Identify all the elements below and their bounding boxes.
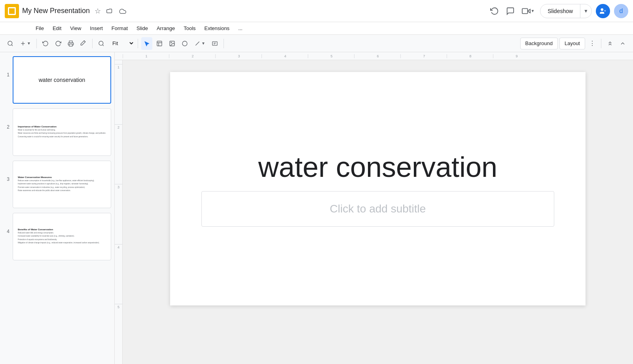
toolbar: ▼ Fit 50% 75% 100% 150% 200% ▼: [0, 35, 633, 52]
app-icon-shape: [8, 7, 16, 15]
main-slide-title[interactable]: water conservation: [258, 151, 497, 183]
line-tool-button[interactable]: ▼: [192, 37, 208, 50]
slideshow-main-button[interactable]: Slideshow: [540, 4, 580, 18]
ruler-h-mark-5: 5: [308, 54, 354, 58]
slide-canvas-container: 1 2 3 4 5 water conservation Click to ad…: [115, 60, 633, 364]
svg-rect-1: [522, 8, 528, 13]
main-area: 1 water conservation 2 Importance of Wat…: [0, 52, 633, 364]
undo-button[interactable]: [40, 37, 51, 50]
title-row: My New Presentation ☆: [22, 6, 485, 16]
svg-line-6: [11, 45, 13, 46]
sep1: [36, 39, 37, 48]
svg-marker-0: [528, 9, 530, 13]
zoom-select[interactable]: Fit 50% 75% 100% 150% 200%: [108, 38, 135, 48]
ruler-h-mark-1: 1: [123, 54, 169, 58]
slide-thumbnail-2[interactable]: Importance of Water Conservation Water i…: [13, 108, 111, 156]
more-options-button[interactable]: ⋮: [587, 37, 598, 50]
transform-button[interactable]: [154, 37, 165, 50]
slide-thumbnail-3[interactable]: Water Conservation Measures Reduce water…: [13, 161, 111, 208]
ruler-h-inner: 1 2 3 4 5 6 7 8 9: [123, 54, 633, 58]
move-up-button[interactable]: [605, 37, 616, 50]
slide4-bullet-4: Mitigation of climate change impacts (e.…: [18, 242, 106, 244]
main-slide[interactable]: water conservation Click to add subtitle: [170, 72, 586, 305]
slide-thumb-row-2: 2 Importance of Water Conservation Water…: [3, 108, 111, 156]
svg-rect-17: [212, 42, 217, 45]
menu-file[interactable]: File: [32, 24, 48, 33]
right-controls: ▼ Slideshow ▼ d: [489, 4, 628, 18]
add-toolbar-button[interactable]: ▼: [17, 37, 33, 50]
user-avatar-button[interactable]: d: [614, 4, 628, 18]
ruler-vertical: 1 2 3 4 5: [115, 60, 123, 364]
cloud-button[interactable]: [118, 7, 128, 15]
slideshow-dropdown-button[interactable]: ▼: [580, 4, 591, 18]
redo-button[interactable]: [53, 37, 64, 50]
share-button[interactable]: [596, 4, 610, 18]
paint-format-button[interactable]: [78, 37, 89, 50]
ruler-h-mark-2: 2: [169, 54, 215, 58]
folder-button[interactable]: [105, 7, 115, 15]
textbox-button[interactable]: [209, 37, 220, 50]
history-button[interactable]: [489, 6, 500, 16]
slide3-thumb-heading: Water Conservation Measures: [18, 176, 106, 178]
svg-point-2: [601, 8, 603, 11]
menu-edit[interactable]: Edit: [49, 24, 65, 33]
menu-bar: File Edit View Insert Format Slide Arran…: [0, 22, 633, 35]
comment-button[interactable]: [504, 6, 516, 16]
slides-panel: 1 water conservation 2 Importance of Wat…: [0, 52, 115, 364]
ruler-h-mark-6: 6: [354, 54, 400, 58]
slide-thumb-row-3: 3 Water Conservation Measures Reduce wat…: [3, 161, 111, 208]
sep5: [601, 39, 601, 48]
menu-tools[interactable]: Tools: [180, 24, 199, 33]
svg-line-16: [195, 42, 199, 45]
sep3: [138, 39, 138, 48]
slide3-bullet-2: Implement water-saving practices in agri…: [18, 183, 106, 185]
slideshow-button-group: Slideshow ▼: [540, 4, 592, 18]
slide2-bullet-1: Water is essential for life and human we…: [18, 129, 106, 131]
slide-thumb-row-4: 4 Benefits of Water Conservation Reduced…: [3, 213, 111, 260]
slide3-bullet-3: Promote water conservation in industries…: [18, 186, 106, 189]
slide4-thumb-content: Benefits of Water Conservation Reduced w…: [16, 227, 108, 246]
video-button[interactable]: ▼: [520, 6, 536, 16]
title-area: My New Presentation ☆: [22, 6, 485, 16]
menu-format[interactable]: Format: [108, 24, 132, 33]
svg-line-11: [102, 45, 104, 46]
shape-button[interactable]: [179, 37, 190, 50]
ruler-v-mark-4: 4: [115, 244, 122, 304]
slide-workspace: water conservation Click to add subtitle: [123, 60, 633, 364]
zoom-in-button[interactable]: [96, 37, 107, 50]
slide2-bullet-3: Conserving water is crucial for ensuring…: [18, 136, 106, 138]
slide-thumbnail-4[interactable]: Benefits of Water Conservation Reduced w…: [13, 213, 111, 260]
app-icon: [5, 4, 19, 18]
svg-point-5: [8, 41, 12, 46]
svg-rect-12: [157, 41, 162, 46]
menu-more[interactable]: ...: [234, 24, 246, 33]
menu-slide[interactable]: Slide: [133, 24, 152, 33]
collapse-button[interactable]: [617, 37, 628, 50]
star-button[interactable]: ☆: [93, 6, 102, 16]
search-toolbar-button[interactable]: [5, 37, 16, 50]
ruler-h-mark-7: 7: [400, 54, 447, 58]
layout-button[interactable]: Layout: [559, 38, 585, 49]
slide2-thumb-heading: Importance of Water Conservation: [18, 125, 106, 128]
print-button[interactable]: [65, 37, 76, 50]
ruler-v-mark-3: 3: [115, 184, 122, 244]
background-button[interactable]: Background: [520, 38, 558, 49]
menu-extensions[interactable]: Extensions: [201, 24, 234, 33]
presentation-title[interactable]: My New Presentation: [22, 7, 90, 15]
ruler-h-mark-3: 3: [215, 54, 262, 58]
slide4-bullet-2: Increased water availability for essenti…: [18, 235, 106, 237]
main-slide-subtitle[interactable]: Click to add subtitle: [201, 191, 555, 227]
svg-point-14: [171, 42, 172, 43]
slide-thumbnail-1[interactable]: water conservation: [13, 56, 111, 104]
canvas-area: 1 2 3 4 5 6 7 8 9 1 2 3 4 5: [115, 52, 633, 364]
slide4-bullet-1: Reduced water bills and energy consumpti…: [18, 232, 106, 234]
select-tool-button[interactable]: [141, 37, 152, 50]
slide3-bullet-1: Reduce water consumption in households (…: [18, 180, 106, 182]
menu-insert[interactable]: Insert: [86, 24, 107, 33]
image-button[interactable]: [167, 37, 178, 50]
menu-arrange[interactable]: Arrange: [153, 24, 179, 33]
ruler-h-mark-8: 8: [447, 54, 493, 58]
menu-view[interactable]: View: [66, 24, 85, 33]
ruler-v-mark-2: 2: [115, 124, 122, 184]
slide-thumb-row-1: 1 water conservation: [3, 56, 111, 104]
